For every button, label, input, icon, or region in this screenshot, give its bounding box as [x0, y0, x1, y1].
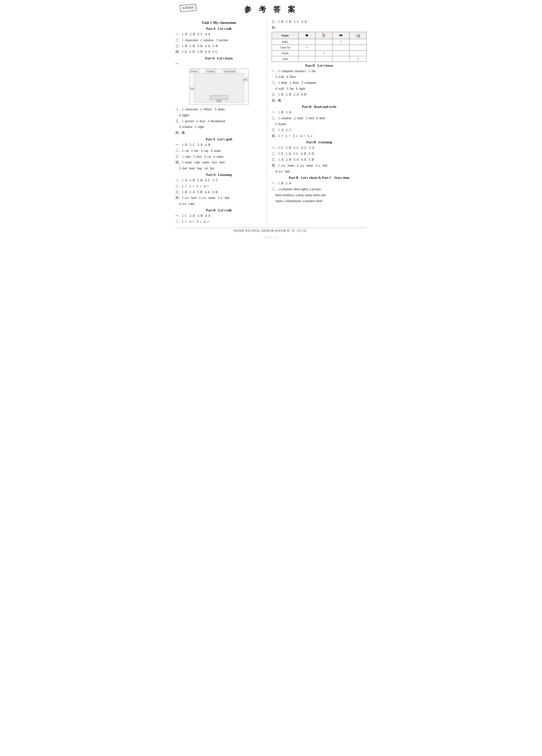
answer-line: 二、1. cat 2. fan 3. cap 4. make	[175, 148, 262, 154]
answer-line: 四、1. name cake make face hate	[175, 160, 262, 165]
answer-line: 四、1. a-e make 2. a-e name 3. a dad	[272, 163, 367, 168]
answer-line: 二、1. window 2. chair 3. bed 4. desk	[272, 116, 367, 121]
cell	[332, 50, 350, 56]
answer-line: 二、1. E 2. A 3. C 4. B 5. D	[272, 151, 367, 157]
student-name: Chen Jie	[272, 45, 298, 50]
main-title: 参 考 答 案	[175, 5, 367, 15]
answer-line: 一、	[175, 61, 262, 67]
answer-line: 三、1. B 2. A 3. B 4. A 5. B	[175, 190, 262, 195]
part-a-listening-title: Part A Listening	[175, 173, 262, 177]
table-header-col1: ■	[298, 32, 315, 39]
answer-line: 二、1. desk 2. floor 3. computer	[272, 80, 367, 86]
answer-line: 四、1. a-e face 2. a-e name 3. a dad	[175, 195, 262, 201]
answer-line: 一、1. A 2. B 3. B 4. C 5. C	[175, 178, 262, 183]
part-a-learn-title: Part A Let's learn	[175, 56, 262, 60]
cell: √	[332, 39, 350, 45]
cell: √	[298, 45, 315, 50]
cell: √	[315, 50, 332, 56]
answer-line: 一、1. C 2. B 3. C 4. C 5. A	[272, 145, 367, 151]
student-name: Mike	[272, 39, 298, 45]
answer-line: 4. window 5. light	[179, 124, 262, 130]
student-name: Sarah	[272, 50, 298, 56]
unit-title: Unit 1 My classroom	[175, 20, 262, 25]
answer-line: 三、1. picture 2. door 3. blackboard	[175, 119, 262, 124]
answer-line: 二、1. classroom 2. window 3. picture	[175, 38, 262, 43]
table-header-col4: 🎲	[350, 32, 367, 39]
answer-line: 一、1. D 2. C 3. A 4. B	[175, 142, 262, 148]
watermark: 7vil.cn	[175, 235, 367, 240]
part-b-readwrite-title: Part B Read and write	[272, 105, 367, 109]
answer-line: 一、1. B 2. A	[272, 181, 367, 186]
answer-line: 一、1. C 2. D 3. B 4. A	[175, 213, 262, 219]
part-b-listening-title: Part B Listening	[272, 140, 367, 144]
table-row: Mike √	[272, 39, 367, 45]
answer-line: 4. lights	[179, 113, 262, 118]
answer-line: 三、1. A 2. B 3. A 4. A 5. B	[272, 157, 367, 162]
answer-line: 一、1. computer; teacher's 2. fan	[272, 68, 367, 74]
classroom-inner	[194, 73, 244, 102]
answer-line: 三、1. B 2. B 3. B 4. A 5. B	[175, 43, 262, 49]
answer-line: 二、1. × 2. × 3. √ 4. √	[175, 219, 262, 225]
cell	[315, 39, 332, 45]
part-b-learn-title: Part B Let's learn	[272, 64, 367, 68]
cell	[350, 39, 367, 45]
part-b-talk-title: Part B Let's talk	[175, 208, 262, 212]
cell: √	[350, 56, 367, 62]
answer-line: 四、	[272, 25, 367, 30]
right-column: 三、1. B 2. D 3. C 4. A 四、 Name ■ 🪑 ✏ 🎲 Mi…	[267, 19, 367, 225]
left-column: Unit 1 My classroom Part A Let's talk 一、…	[175, 19, 267, 225]
label-blackboard: blackboard	[223, 69, 236, 73]
cell	[315, 45, 332, 50]
label-picture: picture	[190, 69, 199, 73]
answer-line: 四、1. E 2. D 3. B 4. A 5. C	[175, 49, 262, 55]
check-table: Name ■ 🪑 ✏ 🎲 Mike √ Chen Jie √	[272, 32, 367, 62]
answer-line: 4. a-e date	[275, 169, 367, 174]
table-row: Sarah √	[272, 50, 367, 56]
cell	[350, 45, 367, 50]
answer-line: 4. wall 5. fan 6. light	[275, 86, 367, 91]
desk-shape	[210, 95, 228, 100]
page-header: 免费赠阅 参 考 答 案	[175, 5, 367, 15]
table-header-name: Name	[272, 32, 298, 39]
cell	[298, 39, 315, 45]
answer-line: 一、1. B 2. A	[272, 110, 367, 115]
answer-line: 4. a-e cake	[179, 201, 262, 207]
part-a-spell-title: Part A Let's spell	[175, 137, 262, 141]
answer-line: 三、1. A 2. C	[272, 127, 367, 133]
cell	[332, 45, 350, 50]
student-name: John	[272, 56, 298, 62]
chair-shape	[217, 100, 221, 102]
part-a-talk-title: Part A Let's talk	[175, 27, 262, 31]
footer-text: 同步精练 英语 四年级 上册 配RJ版 参考答案 第 1 页（共 8 页）	[175, 228, 367, 233]
two-col-layout: Unit 1 My classroom Part A Let's talk 一、…	[175, 19, 367, 225]
answer-line: three windows, a door, many desks and	[275, 192, 367, 198]
answer-line: 三、1. cake 2. face 3. cat 4. name	[175, 154, 262, 159]
answer-line: 3. wall 4. floor	[275, 74, 367, 80]
answer-line: 三、1. B 2. D 3. C 4. A	[272, 19, 367, 25]
cell	[350, 50, 367, 56]
answer-line: 二、a computer, three lights, a picture,	[272, 187, 367, 192]
cell	[315, 56, 332, 62]
free-stamp: 免费赠阅	[180, 4, 197, 12]
classroom-diagram: picture window blackboard light door	[189, 68, 248, 105]
answer-line: 一、1. D 2. B 3. C 4. A	[175, 32, 262, 37]
answer-line: 四、略	[272, 98, 367, 103]
answer-line: 三、1. B 2. B 3. A 4. B	[272, 92, 367, 97]
table-row: John √	[272, 56, 367, 62]
table-header-col2: 🪑	[315, 32, 332, 39]
answer-line: 二、1. classroom 2. What's 3. desks	[175, 107, 262, 112]
cell	[298, 56, 315, 62]
answer-line: 四、1. × 2. × 3. √ 4. × 5. √	[272, 133, 367, 139]
answer-line: 2. dad man bag cat hat	[179, 166, 262, 171]
answer-line: 四、略	[175, 130, 262, 136]
answer-line: 二、1. √ 2. √ 3. √ 4. ×	[175, 184, 262, 189]
label-window: window	[206, 69, 216, 73]
answer-line: 5. books	[275, 121, 367, 127]
table-row: Chen Jie √	[272, 45, 367, 50]
part-b-check-title: Part B Let's check & Part C Story time	[272, 176, 367, 180]
cell	[332, 56, 350, 62]
cell	[298, 50, 315, 56]
table-header-col3: ✏	[332, 32, 350, 39]
answer-line: chairs, a blackboard, a teacher's desk	[275, 198, 367, 204]
